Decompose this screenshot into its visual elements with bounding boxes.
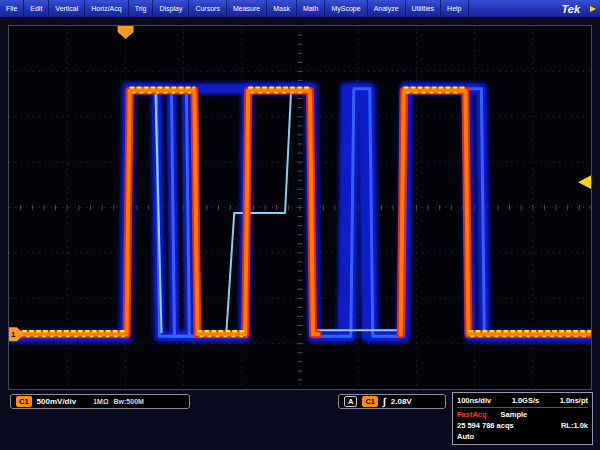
menu-item-edit[interactable]: Edit	[24, 0, 49, 17]
menu-item-horiz-acq[interactable]: Horiz/Acq	[85, 0, 128, 17]
trigger-mode-label: Auto	[457, 431, 474, 442]
menu-item-cursors[interactable]: Cursors	[189, 0, 227, 17]
menu-item-mask[interactable]: Mask	[267, 0, 297, 17]
menu-overflow-arrow-icon	[590, 6, 596, 12]
acq-count-value: 25 594 786 acqs	[457, 420, 514, 431]
timebase-row: 100ns/div 1.0GS/s 1.0ns/pt	[457, 395, 588, 406]
menu-item-vertical[interactable]: Vertical	[49, 0, 85, 17]
orange-core	[9, 91, 591, 335]
menu-bar: File Edit Vertical Horiz/Acq Trig Displa…	[0, 0, 600, 18]
acq-separator	[457, 407, 588, 408]
trigger-level-marker[interactable]	[578, 175, 591, 189]
menu-item-utilities[interactable]: Utilities	[406, 0, 442, 17]
trigger-channel-badge: C1	[362, 396, 378, 407]
menu-item-measure[interactable]: Measure	[227, 0, 267, 17]
menu-item-analyze[interactable]: Analyze	[368, 0, 406, 17]
trigger-readout[interactable]: A C1 ∫ 2.08V	[338, 394, 446, 409]
ch1-bandwidth-value: Bw:500M	[114, 398, 144, 405]
sample-mode-label: Sample	[501, 409, 528, 420]
trigger-mode-row: Auto	[457, 431, 588, 442]
menu-item-math[interactable]: Math	[297, 0, 326, 17]
menu-item-myscope[interactable]: MyScope	[325, 0, 367, 17]
record-length-value: RL:1.0k	[561, 420, 588, 431]
menu-item-display[interactable]: Display	[153, 0, 189, 17]
fastacq-label: FastAcq	[457, 409, 487, 420]
ch1-scale-value: 500mV/div	[37, 397, 77, 406]
waveform-display: 1	[9, 26, 591, 389]
red-core	[9, 91, 591, 335]
ch1-readout[interactable]: C1 500mV/div 1MΩ Bw:500M	[10, 394, 190, 409]
graticule-area: 1	[8, 25, 592, 390]
acq-mode-row: FastAcq Sample	[457, 409, 588, 420]
oscilloscope-screen: File Edit Vertical Horiz/Acq Trig Displa…	[0, 0, 600, 450]
acq-count-row: 25 594 786 acqs RL:1.0k	[457, 420, 588, 431]
channel1-marker-label: 1	[11, 330, 16, 339]
trigger-position-marker[interactable]	[118, 26, 134, 39]
timebase-value: 100ns/div	[457, 395, 491, 406]
ch1-badge: C1	[16, 396, 32, 407]
sample-rate-value: 1.0GS/s	[512, 395, 540, 406]
trigger-slope-icon: ∫	[383, 395, 386, 408]
trigger-source-badge: A	[344, 396, 357, 407]
menu-item-file[interactable]: File	[0, 0, 24, 17]
trigger-level-value: 2.08V	[391, 397, 412, 406]
resolution-value: 1.0ns/pt	[560, 395, 588, 406]
yellow-speckle-b	[11, 93, 589, 337]
menu-item-help[interactable]: Help	[441, 0, 468, 17]
acquisition-readout[interactable]: 100ns/div 1.0GS/s 1.0ns/pt FastAcq Sampl…	[452, 392, 593, 445]
scope-markers: 1	[9, 26, 591, 341]
ch1-coupling-value: 1MΩ	[93, 398, 108, 405]
menu-item-trig[interactable]: Trig	[129, 0, 154, 17]
